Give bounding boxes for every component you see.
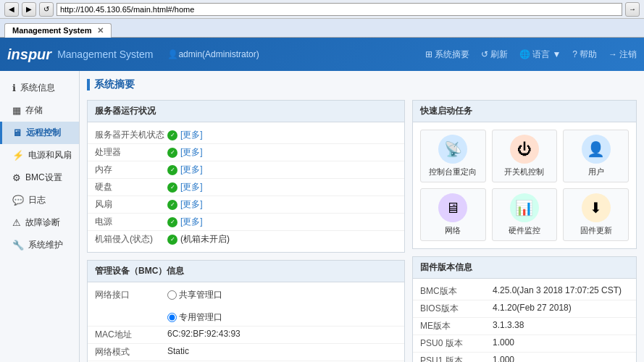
status-row-mem: 内存 ✓ [更多] <box>88 161 404 179</box>
firmware-info-panel: 固件版本信息 BMC版本 4.25.0(Jan 3 2018 17:07:25 … <box>412 256 637 362</box>
nav-refresh[interactable]: ↺ 刷新 <box>481 49 508 61</box>
more-link-mem[interactable]: [更多] <box>180 164 203 176</box>
fw-label-psu1: PSU1 版本 <box>420 355 493 362</box>
content-left: 服务器运行状况 服务器开关机状态 ✓ [更多] 处理器 <box>87 100 405 362</box>
user-info: admin(Administrator) <box>178 49 259 59</box>
status-row-fan: 风扇 ✓ [更多] <box>88 196 404 214</box>
quick-label-power: 开关机控制 <box>504 167 544 177</box>
sidebar-item-maintenance[interactable]: 🔧 系统维护 <box>0 234 79 256</box>
main-content: 系统摘要 服务器运行状况 服务器开关机状态 ✓ [更多] <box>80 71 644 362</box>
storage-icon: ▦ <box>12 105 21 116</box>
more-link-cpu[interactable]: [更多] <box>180 146 203 159</box>
status-label-mem: 内存 <box>95 164 167 176</box>
quick-item-power[interactable]: ⏻ 开关机控制 <box>492 130 558 182</box>
warning-icon: ⚠ <box>12 217 21 228</box>
status-ok-icon-fan: ✓ <box>167 200 177 210</box>
bmc-row-net-mode: 网络模式 Static <box>88 344 404 361</box>
monitor-icon: 🖥 <box>12 127 22 138</box>
radio-shared[interactable]: 共享管理口 <box>167 289 397 301</box>
status-label-fan: 风扇 <box>95 198 167 211</box>
refresh-button[interactable]: ↺ <box>39 2 54 17</box>
status-ok-icon-intrusion: ✓ <box>167 235 177 245</box>
sidebar-item-bmc-settings[interactable]: ⚙ BMC设置 <box>0 167 79 189</box>
server-status-header: 服务器运行状况 <box>88 101 404 122</box>
fw-value-psu1: 1.000 <box>493 355 514 362</box>
power-icon: ⚡ <box>12 150 24 161</box>
more-link-power[interactable]: [更多] <box>180 129 203 141</box>
sidebar-item-power-fan[interactable]: ⚡ 电源和风扇 <box>0 144 79 167</box>
hw-monitor-icon: 📊 <box>510 193 539 222</box>
main-layout: ℹ 系统信息 ▦ 存储 🖥 远程控制 ⚡ 电源和风扇 ⚙ BMC设置 💬 日志 <box>0 71 644 362</box>
title-accent <box>87 79 90 90</box>
gear-icon: ⚙ <box>12 172 21 183</box>
more-link-psu[interactable]: [更多] <box>180 216 203 228</box>
tab-bar: Management System ✕ <box>0 19 644 38</box>
content-right: 快速启动任务 📡 控制台重定向 ⏻ 开关机控制 👤 <box>412 100 637 362</box>
sidebar-item-system-info[interactable]: ℹ 系统信息 <box>0 77 79 99</box>
fw-value-bios: 4.1.20(Feb 27 2018) <box>493 303 572 315</box>
quick-item-user[interactable]: 👤 用户 <box>563 130 629 182</box>
logo: inspur <box>7 46 51 63</box>
more-link-disk[interactable]: [更多] <box>180 181 203 193</box>
sidebar-item-fault-diag[interactable]: ⚠ 故障诊断 <box>0 211 79 234</box>
status-row-psu: 电源 ✓ [更多] <box>88 214 404 231</box>
quick-item-hw-monitor[interactable]: 📊 硬件监控 <box>492 188 558 241</box>
sidebar-item-storage[interactable]: ▦ 存储 <box>0 99 79 122</box>
nav-logout[interactable]: → 注销 <box>609 49 637 61</box>
quick-label-firmware: 固件更新 <box>580 225 612 236</box>
header-nav: ⊞ 系统摘要 ↺ 刷新 🌐 语言 ▼ ? 帮助 → 注销 <box>425 49 637 61</box>
quick-item-network[interactable]: 🖥 网络 <box>420 188 486 241</box>
forward-button[interactable]: ▶ <box>22 2 36 17</box>
more-link-fan[interactable]: [更多] <box>180 198 203 211</box>
fw-value-bmc: 4.25.0(Jan 3 2018 17:07:25 CST) <box>493 285 622 298</box>
bmc-label-net-mode: 网络模式 <box>95 346 167 358</box>
address-bar[interactable] <box>57 3 622 16</box>
info-icon: ℹ <box>12 83 16 93</box>
status-label-power: 服务器开关机状态 <box>95 129 167 141</box>
fw-label-bios: BIOS版本 <box>420 303 493 315</box>
page-title: 系统摘要 <box>94 78 135 91</box>
status-value-psu: ✓ [更多] <box>167 216 203 228</box>
quick-item-firmware[interactable]: ⬇ 固件更新 <box>563 188 629 241</box>
status-value-disk: ✓ [更多] <box>167 181 203 193</box>
fw-value-me: 3.1.3.38 <box>493 320 524 332</box>
go-button[interactable]: → <box>625 2 640 17</box>
bmc-label-network-interface: 网络接口 <box>95 289 167 324</box>
quick-label-user: 用户 <box>588 167 604 177</box>
bmc-value-mac: 6C:92:BF:92:43:93 <box>167 329 397 341</box>
bmc-row-network-interface: 网络接口 共享管理口 专用管理口 <box>88 287 404 327</box>
status-label-disk: 硬盘 <box>95 181 167 193</box>
globe-icon: 🌐 <box>519 49 530 59</box>
home-icon: ⊞ <box>425 49 432 59</box>
radio-dedicated[interactable]: 专用管理口 <box>167 311 397 324</box>
status-ok-icon-disk: ✓ <box>167 182 177 193</box>
sidebar-item-remote-control[interactable]: 🖥 远程控制 <box>0 122 79 144</box>
quick-item-console[interactable]: 📡 控制台重定向 <box>420 130 486 182</box>
nav-system-summary[interactable]: ⊞ 系统摘要 <box>425 49 469 61</box>
bmc-info-header: 管理设备（BMC）信息 <box>88 261 404 282</box>
fw-row-psu0: PSU0 版本 1.000 <box>413 335 636 353</box>
nav-help[interactable]: ? 帮助 <box>572 49 597 61</box>
status-value-power: ✓ [更多] <box>167 129 203 141</box>
server-status-panel: 服务器运行状况 服务器开关机状态 ✓ [更多] 处理器 <box>87 100 405 253</box>
fw-row-bios: BIOS版本 4.1.20(Feb 27 2018) <box>413 300 636 318</box>
bmc-row-mac: MAC地址 6C:92:BF:92:43:93 <box>88 327 404 344</box>
quick-launch-panel: 快速启动任务 📡 控制台重定向 ⏻ 开关机控制 👤 <box>412 100 637 249</box>
status-value-intrusion: ✓ (机箱未开启) <box>167 233 230 245</box>
sidebar-item-log[interactable]: 💬 日志 <box>0 189 79 211</box>
power-control-icon: ⏻ <box>510 135 539 164</box>
server-status-body: 服务器开关机状态 ✓ [更多] 处理器 ✓ [更多] <box>88 122 404 252</box>
status-ok-icon-mem: ✓ <box>167 165 177 175</box>
firmware-info-body: BMC版本 4.25.0(Jan 3 2018 17:07:25 CST) BI… <box>413 279 636 362</box>
quick-label-network: 网络 <box>445 225 461 236</box>
help-icon: ? <box>572 49 577 59</box>
firmware-info-header: 固件版本信息 <box>413 257 636 279</box>
app: inspur Management System 👤 admin(Adminis… <box>0 38 644 362</box>
nav-language[interactable]: 🌐 语言 ▼ <box>519 49 561 61</box>
back-button[interactable]: ◀ <box>4 2 19 17</box>
tab-close-button[interactable]: ✕ <box>97 26 104 35</box>
browser-toolbar: ◀ ▶ ↺ → <box>0 0 644 19</box>
status-row-intrusion: 机箱侵入(状态) ✓ (机箱未开启) <box>88 231 404 248</box>
browser-tab-active[interactable]: Management System ✕ <box>4 23 112 38</box>
fw-value-psu0: 1.000 <box>493 337 514 350</box>
